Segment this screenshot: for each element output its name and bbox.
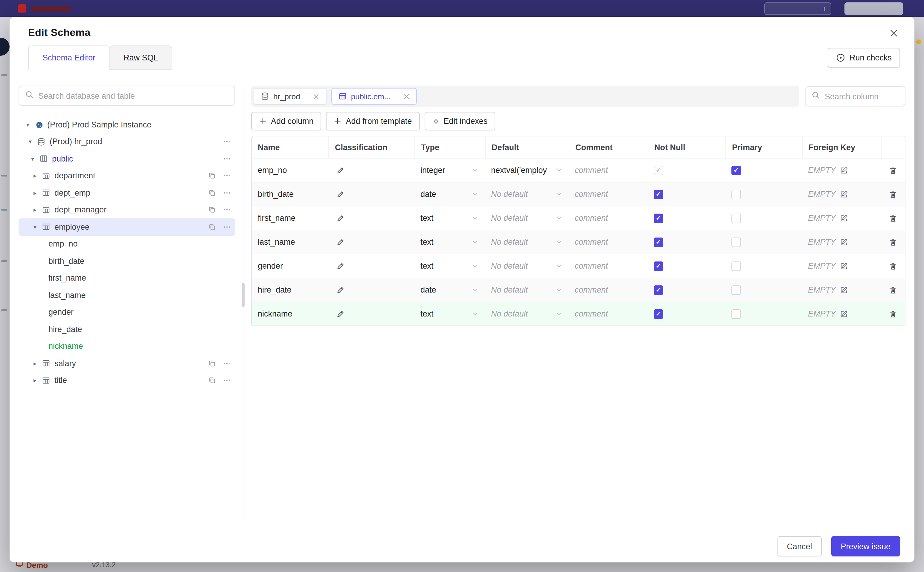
delete-row-icon[interactable] bbox=[889, 262, 897, 270]
edit-foreign-key-icon[interactable] bbox=[840, 214, 848, 222]
column-name-cell[interactable]: last_name bbox=[252, 230, 328, 254]
tree-item[interactable]: ▸ department bbox=[19, 167, 235, 184]
copy-icon[interactable] bbox=[208, 189, 216, 197]
primary-checkbox[interactable] bbox=[732, 213, 741, 223]
more-icon[interactable] bbox=[222, 222, 231, 232]
not-null-checkbox[interactable] bbox=[654, 165, 663, 175]
caret-icon[interactable]: ▾ bbox=[26, 121, 35, 128]
column-name-cell[interactable]: nickname bbox=[252, 302, 328, 325]
delete-row-icon[interactable] bbox=[889, 190, 897, 198]
tree-item[interactable]: ▸ salary bbox=[19, 355, 235, 372]
tree-item[interactable]: ▾ public bbox=[19, 150, 235, 167]
caret-icon[interactable]: ▾ bbox=[34, 224, 42, 230]
edit-classification-icon[interactable] bbox=[336, 309, 344, 318]
chip-table[interactable]: public.em... bbox=[331, 88, 417, 105]
run-checks-button[interactable]: Run checks bbox=[828, 48, 900, 68]
primary-checkbox[interactable] bbox=[732, 237, 741, 247]
edit-classification-icon[interactable] bbox=[336, 238, 344, 246]
default-select[interactable]: No default bbox=[485, 230, 569, 254]
tree-item[interactable]: ▾ (Prod) Prod Sample Instance bbox=[19, 116, 235, 133]
not-null-checkbox[interactable] bbox=[654, 309, 663, 319]
column-name-cell[interactable]: first_name bbox=[252, 207, 328, 230]
not-null-checkbox[interactable] bbox=[654, 285, 663, 295]
comment-cell[interactable]: comment bbox=[569, 230, 648, 254]
column-search-input[interactable] bbox=[825, 92, 899, 101]
column-name-cell[interactable]: hire_date bbox=[252, 278, 328, 302]
primary-checkbox[interactable] bbox=[732, 261, 741, 271]
type-select[interactable]: text bbox=[414, 254, 485, 278]
column-name-cell[interactable]: gender bbox=[252, 254, 328, 278]
close-icon[interactable] bbox=[886, 25, 901, 41]
copy-icon[interactable] bbox=[208, 223, 216, 231]
column-name-cell[interactable]: birth_date bbox=[252, 182, 328, 206]
tree-item[interactable]: ▾ employee bbox=[19, 218, 235, 235]
tree-item[interactable]: ▸ dept_manager bbox=[19, 201, 235, 218]
more-icon[interactable] bbox=[222, 205, 231, 214]
caret-icon[interactable]: ▸ bbox=[34, 377, 42, 384]
chip-database[interactable]: hr_prod bbox=[254, 88, 327, 105]
comment-cell[interactable]: comment bbox=[569, 182, 648, 206]
default-select[interactable]: No default bbox=[485, 302, 569, 325]
edit-classification-icon[interactable] bbox=[336, 286, 344, 294]
column-name-cell[interactable]: emp_no bbox=[252, 159, 328, 182]
type-select[interactable]: text bbox=[414, 302, 485, 325]
primary-checkbox[interactable] bbox=[732, 190, 741, 199]
tree-item[interactable]: birth_date bbox=[19, 252, 235, 270]
comment-cell[interactable]: comment bbox=[569, 207, 648, 230]
type-select[interactable]: text bbox=[414, 230, 485, 254]
tree-item[interactable]: emp_no bbox=[19, 235, 235, 252]
edit-foreign-key-icon[interactable] bbox=[840, 310, 848, 318]
edit-classification-icon[interactable] bbox=[336, 190, 344, 198]
comment-cell[interactable]: comment bbox=[569, 302, 648, 325]
not-null-checkbox[interactable] bbox=[654, 261, 663, 271]
caret-icon[interactable]: ▸ bbox=[34, 207, 42, 213]
type-select[interactable]: text bbox=[414, 207, 485, 230]
default-select[interactable]: No default bbox=[485, 254, 569, 278]
comment-cell[interactable]: comment bbox=[569, 159, 648, 182]
type-select[interactable]: date bbox=[414, 182, 485, 206]
default-select[interactable]: nextval('employ bbox=[485, 159, 569, 182]
tree-item[interactable]: hire_date bbox=[19, 321, 235, 338]
tree-item[interactable]: ▾ (Prod) hr_prod bbox=[19, 133, 235, 150]
not-null-checkbox[interactable] bbox=[654, 190, 663, 199]
default-select[interactable]: No default bbox=[485, 278, 569, 302]
default-select[interactable]: No default bbox=[485, 182, 569, 206]
caret-icon[interactable]: ▸ bbox=[34, 360, 42, 367]
caret-icon[interactable]: ▸ bbox=[34, 173, 42, 179]
comment-cell[interactable]: comment bbox=[569, 278, 648, 302]
caret-icon[interactable]: ▸ bbox=[34, 190, 42, 196]
more-icon[interactable] bbox=[222, 376, 231, 385]
add-from-template-button[interactable]: Add from template bbox=[326, 112, 420, 131]
edit-foreign-key-icon[interactable] bbox=[840, 166, 848, 174]
tab-raw-sql[interactable]: Raw SQL bbox=[109, 45, 172, 70]
tree-item[interactable]: nickname bbox=[19, 338, 235, 355]
not-null-checkbox[interactable] bbox=[654, 213, 663, 223]
type-select[interactable]: date bbox=[414, 278, 485, 302]
edit-foreign-key-icon[interactable] bbox=[840, 262, 848, 270]
tree-item[interactable]: gender bbox=[19, 304, 235, 321]
comment-cell[interactable]: comment bbox=[569, 254, 648, 278]
tree-item[interactable]: last_name bbox=[19, 287, 235, 304]
close-chip-icon[interactable] bbox=[403, 93, 410, 99]
preview-issue-button[interactable]: Preview issue bbox=[831, 536, 900, 556]
tree-item[interactable]: ▸ dept_emp bbox=[19, 184, 235, 201]
default-select[interactable]: No default bbox=[485, 207, 569, 230]
more-icon[interactable] bbox=[222, 188, 231, 197]
tree-item[interactable]: first_name bbox=[19, 270, 235, 287]
caret-icon[interactable]: ▾ bbox=[31, 155, 39, 162]
more-icon[interactable] bbox=[222, 171, 231, 180]
edit-classification-icon[interactable] bbox=[336, 166, 344, 174]
not-null-checkbox[interactable] bbox=[654, 237, 663, 247]
edit-indexes-button[interactable]: Edit indexes bbox=[424, 112, 495, 131]
more-icon[interactable] bbox=[222, 137, 231, 146]
add-column-button[interactable]: Add column bbox=[251, 112, 321, 131]
edit-foreign-key-icon[interactable] bbox=[840, 238, 848, 246]
edit-classification-icon[interactable] bbox=[336, 214, 344, 222]
cancel-button[interactable]: Cancel bbox=[777, 536, 822, 556]
tab-schema-editor[interactable]: Schema Editor bbox=[28, 45, 110, 70]
copy-icon[interactable] bbox=[208, 377, 216, 384]
panel-resize-handle[interactable] bbox=[242, 283, 245, 307]
delete-row-icon[interactable] bbox=[889, 166, 897, 174]
type-select[interactable]: integer bbox=[414, 159, 485, 182]
database-search-input[interactable] bbox=[38, 91, 228, 100]
